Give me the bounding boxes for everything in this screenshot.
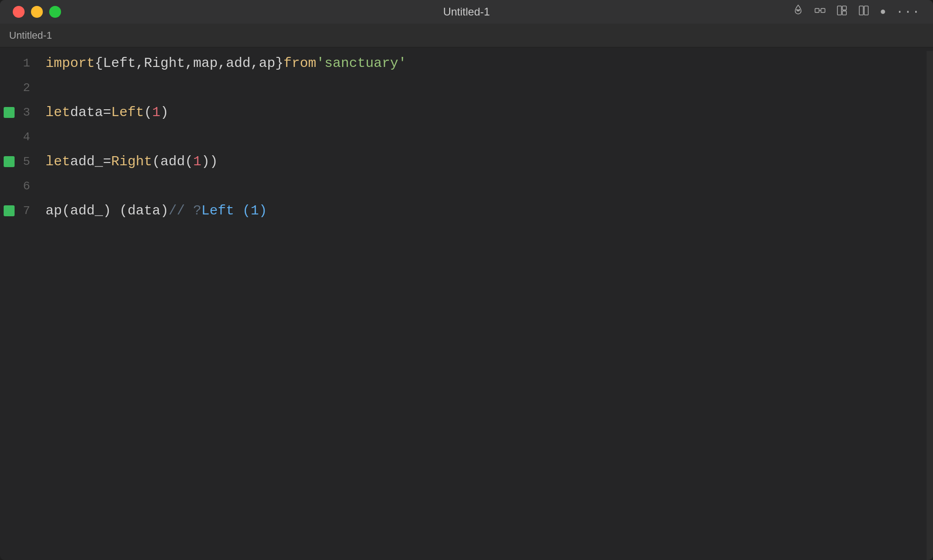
paren-close-3: ) — [160, 105, 169, 120]
window-title: Untitled-1 — [443, 5, 490, 18]
brace-close: } — [275, 56, 283, 71]
line-num-4: 4 — [23, 125, 30, 149]
map-identifier: map, — [193, 56, 226, 71]
module-string: 'sanctuary' — [316, 56, 406, 71]
line-numbers: 1 2 3 4 5 6 7 — [0, 51, 41, 560]
equals-3: = — [103, 105, 111, 120]
add-arg-7: add_ — [70, 203, 103, 219]
code-line-5[interactable]: let add_ = Right ( add ( 1 )) — [46, 149, 927, 174]
inner-open-5: ( — [185, 154, 193, 169]
paren1-close-7: ) ( — [103, 203, 128, 219]
breakpoint-3[interactable] — [4, 107, 15, 118]
let-keyword-3: let — [46, 105, 70, 120]
let-keyword-5: let — [46, 154, 70, 169]
data-arg-7: data — [128, 203, 160, 219]
editor-window: Untitled-1 — [0, 0, 933, 560]
left-identifier: Left, — [103, 56, 144, 71]
paren1-open-7: ( — [62, 203, 70, 219]
close-button[interactable] — [13, 6, 25, 18]
code-line-4 — [46, 125, 927, 149]
svg-rect-1 — [821, 8, 825, 12]
svg-rect-0 — [815, 8, 820, 12]
code-content: import { Left, Right, map, add, ap } fro… — [41, 51, 927, 560]
inner-close-5: )) — [201, 154, 218, 169]
tab-title: Untitled-1 — [9, 30, 52, 41]
editor-container: Untitled-1 1 2 3 4 5 6 7 — [0, 24, 933, 560]
code-area: 1 2 3 4 5 6 7 import { Left, Right, map,… — [0, 47, 933, 560]
paren-open-3: ( — [144, 105, 152, 120]
from-keyword: from — [283, 56, 316, 71]
maximize-button[interactable] — [49, 6, 61, 18]
num-3: 1 — [152, 105, 160, 120]
right-fn-5: Right — [111, 154, 152, 169]
ap-fn-7: ap — [46, 203, 62, 219]
add-name-5: add_ — [70, 154, 103, 169]
paren-open-5: ( — [152, 154, 160, 169]
scrollbar[interactable] — [927, 51, 933, 560]
num-5: 1 — [193, 154, 201, 169]
svg-rect-7 — [864, 6, 868, 15]
left-fn-3: Left — [111, 105, 144, 120]
equals-5: = — [103, 154, 111, 169]
code-line-3[interactable]: let data = Left ( 1 ) — [46, 100, 927, 125]
comment-7: // ? — [169, 203, 201, 219]
result-7: Left (1) — [201, 203, 267, 219]
circle-icon[interactable]: ● — [880, 6, 886, 18]
line-num-3: 3 — [23, 100, 30, 125]
breakpoint-5[interactable] — [4, 156, 15, 167]
paren2-close-7: ) — [160, 203, 169, 219]
tab-bar: Untitled-1 — [0, 24, 933, 47]
import-keyword: import — [46, 56, 95, 71]
line-num-7: 7 — [23, 199, 30, 223]
code-line-6 — [46, 174, 927, 199]
code-line-2 — [46, 76, 927, 100]
more-icon[interactable]: ··· — [896, 5, 920, 19]
line-num-6: 6 — [23, 174, 30, 199]
titlebar-actions: ● ··· — [792, 4, 920, 20]
right-identifier: Right, — [144, 56, 193, 71]
window-controls — [13, 6, 61, 18]
brace-open: { — [95, 56, 103, 71]
broadcast-icon[interactable] — [814, 5, 826, 20]
flame-icon[interactable] — [792, 4, 804, 20]
line-num-2: 2 — [23, 76, 30, 100]
breakpoint-7[interactable] — [4, 205, 15, 216]
line-num-1: 1 — [23, 51, 30, 76]
svg-rect-5 — [842, 11, 846, 15]
add-identifier: add, — [226, 56, 259, 71]
split-icon[interactable] — [858, 5, 870, 20]
ap-identifier: ap — [259, 56, 275, 71]
code-line-7[interactable]: ap ( add_ ) ( data ) // ? Left (1) — [46, 199, 927, 223]
file-tab[interactable]: Untitled-1 — [9, 30, 52, 41]
svg-rect-4 — [842, 6, 846, 10]
add-fn-5: add — [160, 154, 185, 169]
layout-icon[interactable] — [836, 5, 848, 20]
minimize-button[interactable] — [31, 6, 43, 18]
line-num-5: 5 — [23, 149, 30, 174]
svg-rect-3 — [838, 6, 842, 15]
titlebar: Untitled-1 — [0, 0, 933, 24]
code-line-1[interactable]: import { Left, Right, map, add, ap } fro… — [46, 51, 927, 76]
svg-rect-6 — [860, 6, 864, 15]
data-name-3: data — [70, 105, 103, 120]
